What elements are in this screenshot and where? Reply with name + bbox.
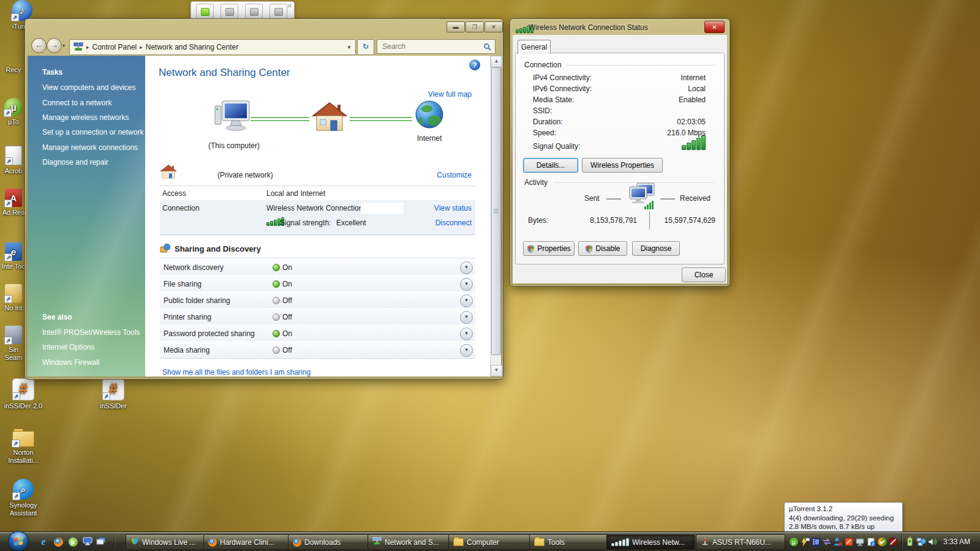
tray-info-document-icon[interactable]: i	[866, 537, 876, 547]
disconnect-link[interactable]: Disconnect	[435, 219, 472, 227]
quicklaunch-show-desktop[interactable]	[82, 536, 93, 547]
search-input[interactable]	[381, 42, 475, 51]
desktop-icon-adobe-reader[interactable]: A➚ Ad Rea	[1, 189, 26, 217]
desktop-icon-norton-internet[interactable]: ➚ No Int	[1, 284, 26, 312]
desktop-icon-inssider-2[interactable]: #➚ inSSIDer 2.0	[0, 378, 47, 410]
sidebar-item-internet-options[interactable]: Internet Options	[42, 343, 94, 351]
sidebar-item-setup-connection[interactable]: Set up a connection or network	[42, 128, 143, 137]
quicklaunch-utorrent[interactable]: µ	[67, 536, 78, 547]
taskbar-button-windows-live[interactable]: Windows Live ...	[126, 534, 205, 550]
sidebar-item-windows-firewall[interactable]: Windows Firewall	[42, 358, 99, 367]
tray-blocked-icon[interactable]	[888, 537, 898, 547]
tray-media-icon[interactable]	[811, 537, 821, 547]
diagnose-button[interactable]: Diagnose	[632, 241, 680, 256]
minimize-button[interactable]: ▬	[447, 21, 465, 32]
taskbar-button-wireless-status[interactable]: Wireless Netw...	[606, 534, 695, 550]
tray-network-icon[interactable]	[916, 537, 926, 547]
customize-link[interactable]: Customize	[437, 171, 472, 179]
quicklaunch-internet-explorer[interactable]: e	[38, 536, 49, 547]
house-map-icon[interactable]	[312, 101, 347, 133]
tray-volume-icon[interactable]	[927, 537, 937, 547]
desktop-icon-norton-installation[interactable]: ➚ Norton Installati...	[0, 429, 47, 465]
disable-button[interactable]: Disable	[578, 241, 627, 256]
quicklaunch-firefox[interactable]	[53, 536, 64, 547]
tray-orange-app-icon[interactable]	[844, 537, 854, 547]
quicklaunch-switch-windows[interactable]	[96, 536, 107, 547]
internet-globe-icon[interactable]	[415, 100, 444, 131]
close-button[interactable]: ✕	[704, 21, 725, 33]
scroll-up-icon[interactable]: ▲	[491, 56, 502, 67]
tray-messenger-alert-icon[interactable]	[800, 537, 810, 547]
sharing-row-label: Public folder sharing	[164, 296, 230, 305]
sidebar-item-intel-proset[interactable]: Intel® PROSet/Wireless Tools	[42, 328, 140, 337]
taskbar-button-downloads[interactable]: Downloads	[288, 534, 369, 550]
close-button[interactable]: ✕	[484, 21, 503, 32]
sidebar-item-connect-network[interactable]: Connect to a network	[42, 99, 111, 107]
taskbar-button-network-sharing[interactable]: Network and S...	[368, 534, 450, 550]
chevron-down-icon[interactable]: ▾	[460, 261, 473, 274]
tray-user-offline-icon[interactable]	[833, 537, 843, 547]
back-button[interactable]: ←	[31, 38, 47, 53]
sidebar-item-manage-wireless[interactable]: Manage wireless networks	[42, 113, 129, 122]
desktop-icon-acrobat[interactable]: ➚ Acrob	[1, 146, 26, 175]
scrollbar[interactable]: ▲ ▼	[490, 56, 501, 377]
chevron-down-icon[interactable]: ▾	[460, 344, 473, 357]
refresh-button[interactable]: ↻	[357, 39, 374, 55]
tray-power-icon[interactable]	[905, 536, 915, 546]
desktop-icon-label: Inte Too	[1, 263, 26, 271]
sharing-row-media-sharing: Media sharing Off ▾	[160, 341, 475, 358]
taskbar-button-hardware-clinic[interactable]: Hardware Clini...	[203, 534, 289, 550]
tray-sync-icon[interactable]	[822, 537, 832, 547]
scroll-down-icon[interactable]: ▼	[491, 365, 502, 377]
desktop-icon-inssider[interactable]: #➚ inSSIDer	[90, 378, 137, 410]
tab-general[interactable]: General	[518, 40, 551, 54]
view-status-link[interactable]: View status	[434, 204, 472, 212]
chevron-down-icon[interactable]: ▾	[460, 278, 473, 291]
breadcrumb-dropdown-icon[interactable]: ▼	[347, 45, 352, 50]
search-icon[interactable]	[483, 43, 491, 51]
sharing-row-label: File sharing	[164, 280, 202, 288]
taskbar-button-tools[interactable]: Tools	[529, 534, 609, 550]
chevron-down-icon[interactable]: ▾	[460, 294, 473, 307]
widget-toggle-button-4[interactable]	[270, 4, 287, 20]
uac-shield-icon	[527, 245, 535, 253]
desktop-icon-recycle-bin[interactable]: Recy	[1, 66, 26, 74]
search-box[interactable]	[377, 39, 496, 54]
details-button[interactable]: Details...	[523, 158, 578, 173]
taskbar-button-computer[interactable]: Computer	[448, 534, 530, 550]
widget-close-icon[interactable]: ✕	[287, 3, 292, 9]
breadcrumb-current[interactable]: Network and Sharing Center	[146, 43, 238, 51]
start-button[interactable]	[7, 530, 30, 551]
access-label: Access	[162, 189, 186, 198]
wireless-properties-button[interactable]: Wireless Properties	[582, 158, 663, 173]
forward-button[interactable]: →	[47, 38, 62, 53]
chevron-down-icon[interactable]: ▾	[460, 311, 473, 324]
tray-security-status-icon[interactable]	[877, 537, 887, 547]
view-full-map-link[interactable]: View full map	[428, 90, 472, 99]
breadcrumb-bar[interactable]: ▸ Control Panel ▸ Network and Sharing Ce…	[69, 39, 356, 55]
scrollbar-thumb[interactable]	[491, 67, 501, 355]
maximize-button[interactable]: ❐	[466, 21, 484, 32]
desktop-icon-internet-tools[interactable]: e➚ Inte Too	[1, 242, 26, 271]
taskbar-button-asus-utility[interactable]: ASUS RT-N66U...	[696, 534, 785, 550]
breadcrumb-control-panel[interactable]: Control Panel	[92, 43, 137, 51]
close-button-bottom[interactable]: Close	[682, 268, 726, 282]
chevron-down-icon[interactable]: ▾	[460, 328, 473, 340]
sidebar-item-view-computers[interactable]: View computers and devices	[42, 83, 136, 92]
taskbar-clock[interactable]: 3:33 AM	[943, 538, 970, 546]
widget-toggle-button-3[interactable]	[245, 4, 263, 20]
tray-utorrent-icon[interactable]: µ	[789, 537, 799, 547]
help-icon[interactable]: ?	[469, 59, 480, 70]
widget-toggle-button-1[interactable]	[196, 4, 214, 20]
desktop-icon-utorrent[interactable]: µ➚ µTo	[1, 98, 26, 126]
desktop-icon-sin-seam[interactable]: ➚ Sin Seam	[1, 326, 26, 362]
properties-button[interactable]: Properties	[523, 241, 575, 256]
sidebar-item-diagnose-repair[interactable]: Diagnose and repair	[42, 158, 108, 167]
sidebar-item-manage-connections[interactable]: Manage network connections	[42, 143, 138, 152]
desktop-icon-synology-assistant[interactable]: ⌕➚ Synology Assistant	[0, 479, 47, 517]
show-shared-files-link[interactable]: Show me all the files and folders I am s…	[162, 368, 311, 377]
computer-map-icon[interactable]	[214, 100, 252, 135]
tray-display-icon[interactable]	[855, 537, 865, 547]
history-dropdown-icon[interactable]: ▾	[62, 43, 65, 48]
widget-toggle-button-2[interactable]	[221, 4, 238, 20]
